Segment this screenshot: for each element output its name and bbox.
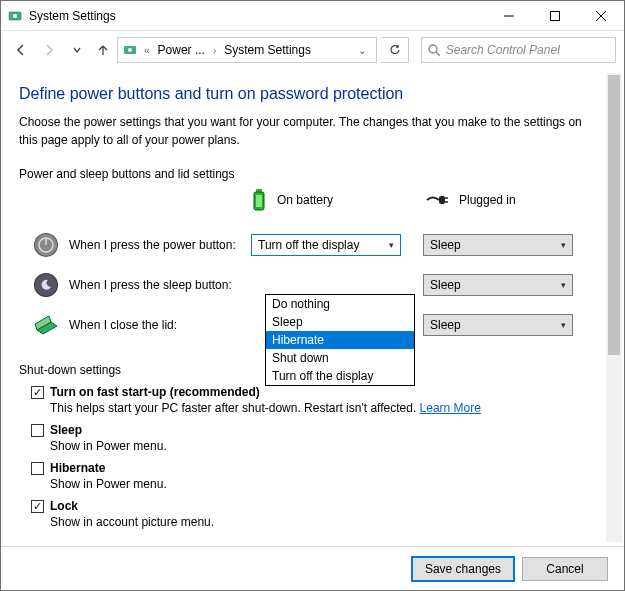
svg-point-1 xyxy=(13,14,17,18)
dropdown-option[interactable]: Do nothing xyxy=(266,295,414,313)
check-sleep: Sleep Show in Power menu. xyxy=(31,423,602,455)
dropdown-option[interactable]: Shut down xyxy=(266,349,414,367)
checkbox-fast-startup[interactable]: ✓ xyxy=(31,386,44,399)
svg-rect-13 xyxy=(439,196,445,204)
dropdown-option-selected[interactable]: Hibernate xyxy=(266,331,414,349)
row-power-label: When I press the power button: xyxy=(69,238,251,252)
col-battery-label: On battery xyxy=(277,193,333,207)
refresh-button[interactable] xyxy=(381,37,409,63)
svg-rect-12 xyxy=(256,195,262,207)
dropdown-option[interactable]: Sleep xyxy=(266,313,414,331)
desc-sleep: Show in Power menu. xyxy=(50,437,602,455)
titlebar: System Settings xyxy=(1,1,624,31)
label-sleep: Sleep xyxy=(50,423,82,437)
plug-icon xyxy=(425,193,449,207)
maximize-button[interactable] xyxy=(532,1,578,31)
chevron-down-icon: ▾ xyxy=(389,240,394,250)
cancel-button[interactable]: Cancel xyxy=(522,557,608,581)
minimize-button[interactable] xyxy=(486,1,532,31)
column-headers: On battery Plugged in xyxy=(251,189,602,211)
navbar: « Power ... › System Settings ⌄ xyxy=(1,31,624,69)
svg-point-8 xyxy=(429,45,437,53)
check-fast-startup: ✓ Turn on fast start-up (recommended) Th… xyxy=(31,385,602,417)
label-fast-startup: Turn on fast start-up (recommended) xyxy=(50,385,260,399)
window-title: System Settings xyxy=(29,9,486,23)
label-lock: Lock xyxy=(50,499,78,513)
chevron-right-icon: « xyxy=(142,45,152,56)
up-button[interactable] xyxy=(93,38,113,62)
desc-fast-startup: This helps start your PC faster after sh… xyxy=(50,399,602,417)
breadcrumb-system-settings[interactable]: System Settings xyxy=(220,43,315,57)
page-heading: Define power buttons and turn on passwor… xyxy=(19,85,602,103)
desc-hibernate: Show in Power menu. xyxy=(50,475,602,493)
chevron-down-icon: ▾ xyxy=(561,320,566,330)
app-icon xyxy=(7,8,23,24)
search-input[interactable] xyxy=(446,43,609,57)
breadcrumb-power[interactable]: Power ... xyxy=(154,43,209,57)
back-button[interactable] xyxy=(9,38,33,62)
select-power-plugged[interactable]: Sleep▾ xyxy=(423,234,573,256)
close-button[interactable] xyxy=(578,1,624,31)
desc-lock: Show in account picture menu. xyxy=(50,513,602,531)
footer: Save changes Cancel xyxy=(1,546,624,590)
chevron-right-icon: › xyxy=(211,45,218,56)
check-lock: ✓ Lock Show in account picture menu. xyxy=(31,499,602,531)
scrollbar[interactable] xyxy=(606,73,622,542)
checkbox-lock[interactable]: ✓ xyxy=(31,500,44,513)
row-sleep-label: When I press the sleep button: xyxy=(69,278,251,292)
breadcrumb[interactable]: « Power ... › System Settings ⌄ xyxy=(117,37,377,63)
check-hibernate: Hibernate Show in Power menu. xyxy=(31,461,602,493)
battery-icon xyxy=(251,189,267,211)
scroll-thumb[interactable] xyxy=(608,75,620,355)
chevron-down-icon: ▾ xyxy=(561,240,566,250)
dropdown-option[interactable]: Turn off the display xyxy=(266,367,414,385)
learn-more-link[interactable]: Learn More xyxy=(420,401,481,415)
recent-dropdown[interactable] xyxy=(65,38,89,62)
sleep-button-icon xyxy=(33,272,59,298)
row-lid-label: When I close the lid: xyxy=(69,318,251,332)
lid-icon xyxy=(33,312,59,338)
col-plugged-label: Plugged in xyxy=(459,193,516,207)
chevron-down-icon: ▾ xyxy=(561,280,566,290)
select-lid-plugged[interactable]: Sleep▾ xyxy=(423,314,573,336)
select-power-battery[interactable]: Turn off the display▾ xyxy=(251,234,401,256)
checkbox-sleep[interactable] xyxy=(31,424,44,437)
breadcrumb-icon xyxy=(122,42,138,58)
svg-line-9 xyxy=(436,52,440,56)
svg-rect-3 xyxy=(551,11,560,20)
page-intro: Choose the power settings that you want … xyxy=(19,113,602,149)
svg-point-7 xyxy=(128,48,132,52)
save-button[interactable]: Save changes xyxy=(412,557,514,581)
row-power-button: When I press the power button: Turn off … xyxy=(33,225,602,265)
breadcrumb-dropdown[interactable]: ⌄ xyxy=(352,45,372,56)
section-power-buttons: Power and sleep buttons and lid settings xyxy=(19,167,602,181)
forward-button[interactable] xyxy=(37,38,61,62)
dropdown-power-battery[interactable]: Do nothing Sleep Hibernate Shut down Tur… xyxy=(265,294,415,386)
checkbox-hibernate[interactable] xyxy=(31,462,44,475)
select-sleep-plugged[interactable]: Sleep▾ xyxy=(423,274,573,296)
power-button-icon xyxy=(33,232,59,258)
search-box[interactable] xyxy=(421,37,616,63)
search-icon xyxy=(428,44,440,57)
label-hibernate: Hibernate xyxy=(50,461,105,475)
